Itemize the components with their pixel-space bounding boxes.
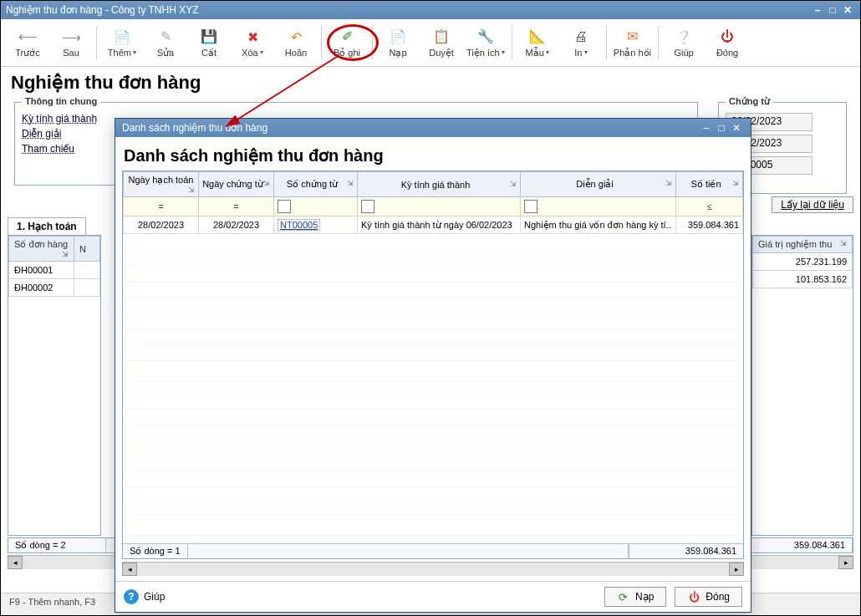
filter-idx-icon [524, 200, 537, 213]
help-icon: ❔ [675, 28, 693, 46]
voucher-link[interactable]: NT00005 [278, 219, 320, 231]
modal-maximize[interactable]: □ [714, 122, 729, 134]
back-button[interactable]: ⟵Trước [6, 23, 49, 63]
mcol-ngayct[interactable]: Ngày chứng từ⇲ [199, 172, 274, 197]
minimize-button[interactable]: – [810, 4, 825, 16]
modal-footer: ? Giúp ⟳ Nạp ⏻ Đóng [115, 581, 751, 612]
general-info-legend: Thông tin chung [22, 96, 100, 106]
mcol-kytinh[interactable]: Kỳ tính giá thành⇲ [358, 172, 521, 197]
main-grid-right: Giá trị nghiệm thu⇲ 257.231.199 101.853.… [752, 236, 853, 288]
scroll-right-icon[interactable]: ▸ [838, 556, 853, 569]
scroll-right-icon[interactable]: ▸ [729, 563, 744, 576]
modal-close[interactable]: ✕ [729, 122, 744, 134]
scroll-left-icon[interactable]: ◂ [122, 563, 137, 576]
maximize-button[interactable]: □ [825, 4, 840, 16]
power-icon: ⏻ [718, 28, 736, 46]
doc-reload-icon: 📄 [389, 28, 407, 46]
unpost-button[interactable]: ✐Bỏ ghi [325, 23, 369, 63]
field-label-diengiai: Diễn giải [22, 128, 114, 140]
modal-total: 359.084.361 [629, 544, 743, 558]
print-button[interactable]: 🖨In ▾ [559, 23, 603, 63]
browse-button[interactable]: 📋Duyệt [420, 23, 463, 63]
modal-reload-button[interactable]: ⟳ Nạp [604, 587, 666, 607]
edit-icon: ✎ [156, 28, 175, 46]
reload-data-button[interactable]: Lấy lại dữ liệu [772, 196, 853, 213]
modal-status: Số dòng = 1 359.084.361 [123, 543, 743, 558]
table-cell[interactable]: 257.231.199 [753, 253, 853, 271]
page-title: Nghiệm thu đơn hàng [1, 67, 860, 99]
modal-row-count: Số dòng = 1 [123, 544, 188, 558]
field-label-thamchieu: Tham chiếu [22, 143, 114, 155]
delete-button[interactable]: ✖Xóa ▾ [231, 23, 274, 63]
modal-grid: Ngày hạch toán⇲ Ngày chứng từ⇲ Số chứng … [123, 171, 743, 234]
undo-button[interactable]: ↶Hoãn [274, 23, 318, 63]
power-icon: ⏻ [687, 590, 701, 603]
mail-icon: ✉ [623, 28, 641, 46]
filter-row[interactable]: = = ≤ [124, 197, 743, 216]
modal-hscroll[interactable]: ◂ ▸ [122, 562, 744, 576]
modal-minimize[interactable]: – [699, 122, 714, 134]
list-icon: 📋 [432, 28, 451, 46]
col-n[interactable]: N [74, 237, 100, 262]
palette-icon: 📐 [528, 28, 547, 46]
modal-heading: Danh sách nghiệm thu đơn hàng [124, 145, 742, 165]
add-icon: 📄 [113, 28, 131, 46]
arrow-left-icon: ⟵ [18, 28, 37, 46]
field-label-kytinh: Kỳ tính giá thành [22, 113, 114, 125]
template-button[interactable]: 📐Mẫu ▾ [516, 23, 559, 63]
row-count: Số dòng = 2 [8, 538, 106, 552]
printer-icon: 🖨 [572, 28, 590, 46]
add-button[interactable]: 📄Thêm ▾ [100, 23, 144, 63]
toolbar: ⟵Trước ⟶Sau 📄Thêm ▾ ✎Sửa 💾Cất ✖Xóa ▾ ↶Ho… [1, 19, 860, 67]
close-page-button[interactable]: ⏻Đóng [706, 23, 749, 63]
utility-button[interactable]: 🔧Tiện ích ▾ [463, 23, 508, 63]
table-cell[interactable]: ĐH00001 [9, 262, 74, 279]
browse-modal: Danh sách nghiệm thu đơn hàng – □ ✕ Danh… [115, 118, 751, 613]
scroll-left-icon[interactable]: ◂ [8, 556, 23, 569]
modal-close-button[interactable]: ⏻ Đóng [675, 587, 742, 607]
pencil-x-icon: ✐ [338, 28, 356, 46]
wrench-icon: 🔧 [476, 28, 495, 46]
save-icon: 💾 [200, 28, 218, 46]
mcol-ngayht[interactable]: Ngày hạch toán⇲ [124, 172, 199, 197]
reload-button[interactable]: 📄Nạp [376, 23, 420, 63]
total-value: 359.084.361 [746, 538, 853, 552]
delete-icon: ✖ [243, 28, 262, 46]
window-title: Nghiệm thu đơn hàng - Công ty TNHH XYZ [6, 4, 199, 16]
mcol-sotien[interactable]: Số tiền⇲ [676, 172, 743, 197]
voucher-legend: Chứng từ [726, 96, 773, 107]
modal-titlebar: Danh sách nghiệm thu đơn hàng – □ ✕ [115, 119, 751, 137]
save-button[interactable]: 💾Cất [187, 23, 231, 63]
arrow-right-icon: ⟶ [62, 28, 80, 46]
col-giatri[interactable]: Giá trị nghiệm thu⇲ [753, 237, 853, 253]
mcol-soct[interactable]: Số chứng từ⇲ [274, 172, 358, 197]
filter-idx-icon [278, 200, 291, 213]
col-sodonhang[interactable]: Số đơn hàng⇲ [9, 237, 74, 262]
titlebar: Nghiệm thu đơn hàng - Công ty TNHH XYZ –… [1, 1, 860, 19]
mcol-diengiai[interactable]: Diễn giải⇲ [521, 172, 676, 197]
feedback-button[interactable]: ✉Phản hồi [610, 23, 655, 63]
modal-help-button[interactable]: ? Giúp [124, 589, 165, 604]
refresh-icon: ⟳ [617, 590, 630, 603]
modal-title: Danh sách nghiệm thu đơn hàng [122, 122, 267, 134]
table-cell[interactable]: ĐH00002 [9, 279, 74, 297]
edit-button[interactable]: ✎Sửa [144, 23, 187, 63]
close-button[interactable]: ✕ [840, 4, 855, 16]
forward-button[interactable]: ⟶Sau [49, 23, 93, 63]
help-icon: ? [124, 589, 139, 604]
help-button[interactable]: ❔Giúp [662, 23, 706, 63]
main-grid-left: Số đơn hàng⇲N ĐH00001 ĐH00002 [8, 236, 100, 297]
filter-idx-icon [361, 200, 374, 213]
tab-hachtoan[interactable]: 1. Hạch toán [8, 217, 86, 235]
table-cell[interactable]: 101.853.162 [753, 271, 853, 288]
table-row[interactable]: 28/02/2023 28/02/2023 NT00005 Kỳ tính gi… [124, 216, 743, 234]
undo-icon: ↶ [287, 28, 305, 46]
